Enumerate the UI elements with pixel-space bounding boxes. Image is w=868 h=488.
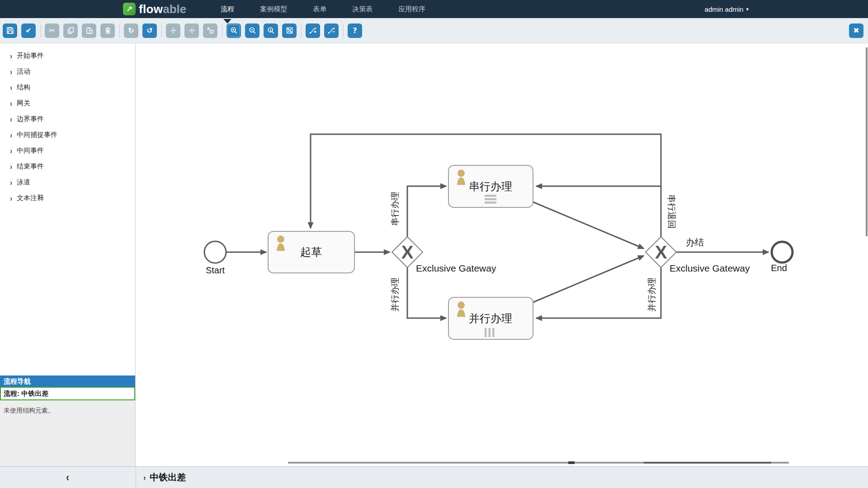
palette-group-swimlanes[interactable]: ›泳道	[0, 174, 135, 190]
process-navigation-hint: 未使用结构元素。	[0, 400, 135, 421]
edge-label-serial: 串行办理	[390, 192, 400, 226]
undo-button[interactable]: ↺	[142, 23, 157, 38]
palette-group-label: 结束事件	[17, 162, 44, 171]
align-vertical-button[interactable]	[166, 23, 180, 38]
chevron-right-icon: ›	[10, 99, 12, 108]
chevron-right-icon: ›	[10, 162, 12, 171]
palette-group-label: 中间事件	[17, 146, 44, 155]
tab-apps[interactable]: 应用程序	[398, 5, 425, 14]
user-task-serial[interactable]: 串行办理	[448, 165, 533, 207]
zoom-fit-icon	[286, 27, 293, 34]
help-icon: ?	[353, 27, 357, 34]
bendpoint-add-icon	[309, 27, 317, 34]
gateway-label: Exclusive Gateway	[416, 263, 496, 273]
align-vertical-icon	[170, 27, 177, 34]
model-title: 中铁出差	[150, 471, 186, 483]
flowable-logo[interactable]: ↗ flowable	[123, 2, 186, 16]
redo-button[interactable]: ↻	[124, 23, 138, 38]
palette-group-artifacts[interactable]: ›文本注释	[0, 190, 135, 206]
flowable-logo-icon: ↗	[123, 3, 136, 15]
same-size-button[interactable]	[203, 23, 217, 38]
flow-gateway1-to-parallel[interactable]	[407, 267, 446, 318]
validate-button[interactable]: ✔	[21, 23, 36, 38]
paste-button[interactable]	[82, 23, 96, 38]
palette-group-activities[interactable]: ›活动	[0, 64, 135, 80]
copy-button[interactable]	[63, 23, 78, 38]
chevron-right-icon: ›	[10, 51, 12, 61]
user-task-parallel[interactable]: 并行办理	[448, 297, 533, 339]
chevron-right-icon: ›	[10, 67, 12, 76]
edge-label-finish: 办结	[686, 237, 704, 247]
bottom-bar: ‹ › 中铁出差	[0, 466, 868, 488]
gateway-x-icon: X	[401, 242, 414, 262]
gateway-x-icon: X	[655, 242, 667, 262]
tab-decision-tables[interactable]: 决策表	[352, 5, 373, 14]
tab-case-models[interactable]: 案例模型	[260, 5, 287, 14]
sequential-multi-instance-icon	[485, 195, 496, 204]
align-horizontal-icon	[188, 27, 196, 34]
process-navigation-header: 流程导航	[0, 375, 135, 387]
model-title-bar[interactable]: › 中铁出差	[136, 467, 186, 488]
undo-icon: ↺	[146, 27, 152, 34]
chevron-left-icon: ‹	[66, 470, 70, 484]
palette-group-boundary-events[interactable]: ›边界事件	[0, 111, 135, 127]
start-event[interactable]: Start	[204, 241, 226, 275]
save-button[interactable]	[3, 23, 17, 38]
diagram-canvas[interactable]: Start 起草 串行办理	[136, 43, 868, 466]
flow-gateway1-to-serial[interactable]	[407, 186, 446, 237]
main-tabs: 流程 案例模型 表单 决策表 应用程序	[221, 0, 425, 18]
user-task-draft[interactable]: 起草	[268, 231, 354, 273]
remove-bendpoint-button[interactable]	[324, 23, 339, 38]
palette-group-start-events[interactable]: ›开始事件	[0, 48, 135, 64]
check-icon: ✔	[25, 27, 31, 34]
tab-processes[interactable]: 流程	[221, 5, 234, 14]
same-size-icon	[207, 27, 214, 34]
delete-button[interactable]	[100, 23, 115, 38]
palette-group-label: 网关	[17, 99, 30, 108]
palette-group-structural[interactable]: ›结构	[0, 80, 135, 95]
palette-group-gateways[interactable]: ›网关	[0, 95, 135, 111]
palette-group-end-events[interactable]: ›结束事件	[0, 159, 135, 174]
edge-label-parallel: 并行办理	[390, 277, 400, 312]
chevron-right-icon: ›	[10, 83, 12, 92]
zoom-actual-button[interactable]: 1	[264, 23, 278, 38]
paste-icon	[85, 27, 93, 34]
add-bendpoint-button[interactable]	[306, 23, 320, 38]
help-button[interactable]: ?	[348, 23, 362, 38]
palette-group-intermediate-catching-events[interactable]: ›中间捕捉事件	[0, 127, 135, 143]
chevron-right-icon: ›	[10, 146, 12, 155]
user-menu[interactable]: admin admin ▾	[705, 0, 749, 18]
horizontal-scrollbar-thumb[interactable]	[288, 462, 789, 464]
palette-group-label: 结构	[17, 83, 30, 92]
close-editor-button[interactable]: ✖	[849, 23, 863, 38]
vertical-scrollbar-thumb[interactable]	[866, 47, 868, 236]
zoom-out-button[interactable]	[245, 23, 259, 38]
toolbar-separator	[40, 24, 41, 38]
flow-serial-to-gateway2[interactable]	[533, 202, 644, 249]
tab-forms[interactable]: 表单	[313, 5, 326, 14]
scrollbar-segment	[568, 461, 575, 464]
align-horizontal-button[interactable]	[184, 23, 199, 38]
user-name: admin admin	[705, 5, 744, 13]
toolbar-separator	[343, 24, 344, 38]
start-event-label: Start	[206, 265, 225, 275]
collapse-sidebar-button[interactable]: ‹	[0, 467, 136, 488]
palette-group-intermediate-events[interactable]: ›中间事件	[0, 143, 135, 159]
chevron-right-icon: ›	[10, 193, 12, 203]
chevron-right-icon: ›	[10, 130, 12, 140]
bendpoint-remove-icon	[328, 27, 335, 34]
cut-button[interactable]: ✂	[45, 23, 59, 38]
end-event[interactable]: End	[771, 242, 793, 273]
palette-group-label: 边界事件	[17, 115, 44, 123]
edge-label-serial-return: 串行退回	[667, 194, 676, 229]
chevron-right-icon: ›	[143, 473, 146, 483]
zoom-fit-button[interactable]	[282, 23, 297, 38]
zoom-in-button[interactable]	[226, 23, 241, 38]
edge-label-parallel-return: 并行办理	[647, 277, 656, 312]
process-navigation-current-model[interactable]: 流程: 中铁出差	[0, 387, 135, 400]
redo-icon: ↻	[128, 27, 134, 34]
zoom-in-icon	[230, 27, 238, 34]
flow-parallel-to-gateway2[interactable]	[533, 256, 644, 302]
zoom-actual-icon: 1	[267, 27, 275, 34]
toolbar-separator	[222, 24, 222, 38]
